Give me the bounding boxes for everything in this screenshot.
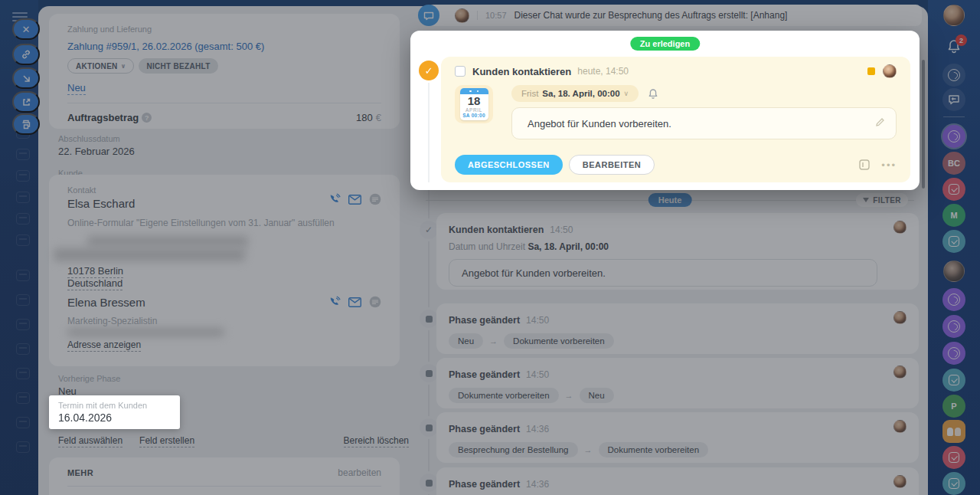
comment-icon[interactable] xyxy=(858,159,871,171)
calendar-day: 18 xyxy=(460,94,488,107)
todo-status-badge: Zu erledigen xyxy=(630,37,700,51)
more-options-icon[interactable]: ••• xyxy=(881,159,897,171)
calendar-month: APRIL xyxy=(460,107,488,113)
chevron-down-icon: ∨ xyxy=(624,90,629,97)
calendar-time: SA 00:00 xyxy=(460,113,488,118)
appointment-value[interactable]: 16.04.2026 xyxy=(58,411,171,424)
calendar-header xyxy=(460,88,488,94)
complete-button[interactable]: ABGESCHLOSSEN xyxy=(455,155,563,175)
task-description: Angebot für Kunden vorbereiten. xyxy=(528,118,671,129)
task-color-marker xyxy=(867,67,875,75)
deadline-value: Sa, 18. April, 00:00 xyxy=(542,89,619,98)
appointment-field[interactable]: Termin mit dem Kunden 16.04.2026 xyxy=(49,395,180,429)
deadline-dropdown[interactable]: Frist Sa, 18. April, 00:00 ∨ xyxy=(511,85,639,102)
edit-button[interactable]: BEARBEITEN xyxy=(569,155,655,175)
activity-check-node: ✓ xyxy=(419,61,439,80)
task-description-box[interactable]: Angebot für Kunden vorbereiten. xyxy=(511,107,897,139)
task-title: Kunden kontaktieren xyxy=(472,66,571,77)
task-timestamp: heute, 14:50 xyxy=(577,66,629,77)
task-card: Kunden kontaktieren heute, 14:50 18 APRI… xyxy=(441,57,910,182)
task-checkbox[interactable] xyxy=(455,66,466,77)
app-window: ✕ Zahlung und Lieferung Zahlung #959/1, … xyxy=(0,0,980,495)
timeline-line xyxy=(428,81,430,182)
responsible-avatar[interactable] xyxy=(883,64,897,78)
edit-pencil-icon[interactable] xyxy=(875,117,885,127)
appointment-label: Termin mit dem Kunden xyxy=(58,401,171,410)
calendar-tile: 18 APRIL SA 00:00 xyxy=(455,85,493,123)
spotlight-todo-card: Zu erledigen ✓ Kunden kontaktieren heute… xyxy=(410,31,920,190)
deadline-label: Frist xyxy=(521,89,538,98)
reminder-bell-icon[interactable] xyxy=(648,88,658,100)
